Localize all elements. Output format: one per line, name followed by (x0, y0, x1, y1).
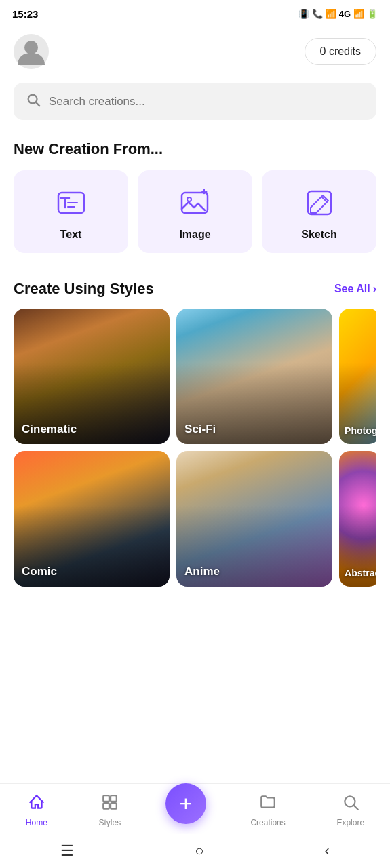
android-nav-bar: ☰ ○ ‹ (0, 834, 390, 868)
header: 0 credits (0, 27, 390, 83)
text-card-label: Text (60, 229, 82, 241)
android-back-button[interactable]: ‹ (311, 838, 343, 864)
text-creation-icon (54, 185, 89, 220)
signal-icon: 📶 (353, 9, 364, 19)
4g-label: 4G (339, 9, 351, 19)
styles-section-title: Create Using Styles (14, 280, 154, 298)
svg-rect-13 (103, 795, 109, 802)
styles-header: Create Using Styles See All › (0, 273, 390, 309)
svg-rect-15 (103, 803, 109, 809)
comic-label: Comic (22, 565, 57, 578)
styles-icon (101, 793, 119, 815)
text-icon (54, 186, 88, 220)
explore-icon (342, 793, 359, 815)
creations-label: Creations (250, 818, 285, 827)
nav-explore[interactable]: Explore (330, 791, 371, 830)
sketch-creation-icon (302, 185, 337, 220)
search-container (0, 83, 390, 134)
new-creation-section: New Creation From... Text (0, 134, 390, 273)
status-bar: 15:23 📳 📞 📶 4G 📶 🔋 (0, 0, 390, 27)
svg-rect-14 (111, 795, 117, 802)
svg-point-9 (187, 197, 191, 201)
sketch-card-label: Sketch (301, 229, 336, 241)
style-card-cinematic[interactable]: Cinematic (14, 309, 170, 444)
home-label: Home (26, 818, 47, 827)
search-icon (26, 92, 41, 111)
image-card-label: Image (179, 229, 210, 241)
nav-styles[interactable]: Styles (92, 791, 128, 830)
scifi-label: Sci-Fi (184, 422, 216, 436)
styles-section: Create Using Styles See All › Cinematic … (0, 273, 390, 587)
style-card-scifi[interactable]: Sci-Fi (176, 309, 332, 444)
status-icons: 📳 📞 📶 4G 📶 🔋 (298, 9, 378, 19)
svg-point-10 (205, 191, 207, 193)
chevron-right-icon: › (373, 283, 376, 295)
style-card-abstract[interactable]: Abstract (339, 451, 376, 587)
style-card-comic[interactable]: Comic (14, 451, 170, 587)
user-avatar-icon (15, 35, 47, 68)
svg-line-18 (354, 806, 358, 810)
styles-row-1: Cinematic Sci-Fi Photog... (14, 309, 376, 444)
explore-label: Explore (336, 818, 364, 827)
search-input[interactable] (49, 95, 364, 108)
wifi-icon: 📶 (326, 9, 336, 19)
styles-grid: Cinematic Sci-Fi Photog... C (0, 309, 390, 587)
style-card-photo[interactable]: Photog... (339, 309, 376, 444)
styles-row-2: Comic Anime Abstract (14, 451, 376, 587)
image-icon (178, 186, 212, 220)
creation-card-sketch[interactable]: Sketch (262, 170, 376, 253)
search-bar (14, 83, 376, 120)
bottom-nav: Home Styles + Creations (0, 783, 390, 834)
svg-point-0 (24, 41, 38, 54)
styles-label: Styles (98, 818, 121, 827)
cinematic-label: Cinematic (22, 422, 77, 436)
see-all-button[interactable]: See All › (334, 283, 376, 295)
nav-home[interactable]: Home (19, 791, 54, 830)
creation-cards: Text Image (0, 170, 390, 273)
svg-line-2 (36, 102, 39, 106)
android-menu-button[interactable]: ☰ (47, 838, 87, 864)
new-creation-title: New Creation From... (0, 134, 390, 170)
style-card-anime[interactable]: Anime (176, 451, 332, 587)
call-icon: 📞 (312, 9, 323, 19)
plus-icon: + (179, 793, 192, 814)
sketch-icon (303, 186, 336, 220)
create-fab-button[interactable]: + (165, 783, 206, 824)
home-icon (28, 793, 45, 815)
creation-card-text[interactable]: Text (14, 170, 128, 253)
avatar-button[interactable] (14, 34, 49, 69)
abstract-label: Abstract (345, 568, 376, 578)
battery-icon2: 🔋 (367, 9, 378, 19)
photo-label: Photog... (345, 425, 376, 436)
android-home-button[interactable]: ○ (181, 838, 217, 864)
image-creation-icon (178, 185, 213, 220)
svg-rect-16 (111, 803, 117, 809)
anime-label: Anime (184, 565, 220, 578)
nav-creations[interactable]: Creations (243, 791, 292, 830)
battery-icon: 📳 (298, 9, 309, 19)
creation-card-image[interactable]: Image (138, 170, 252, 253)
credits-button[interactable]: 0 credits (305, 38, 376, 65)
status-time: 15:23 (12, 8, 38, 20)
creations-icon (259, 793, 277, 815)
svg-rect-11 (308, 191, 331, 214)
